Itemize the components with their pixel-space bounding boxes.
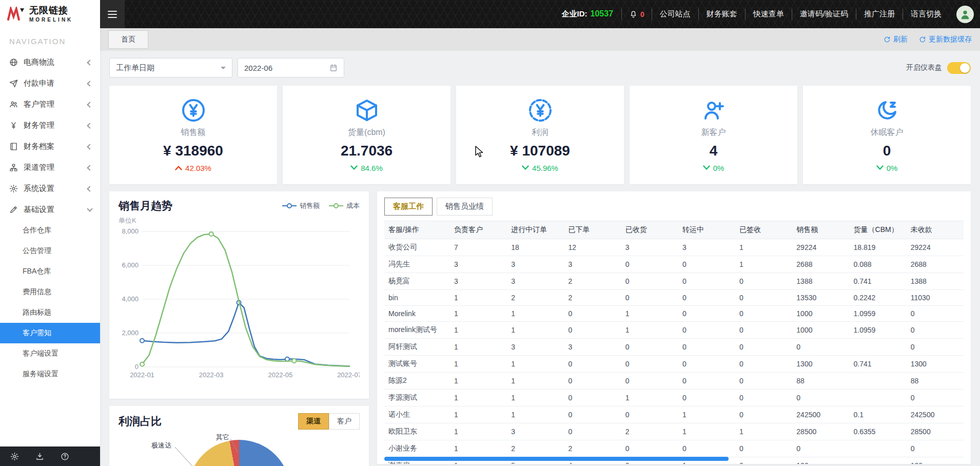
chevron-left-icon — [87, 165, 92, 170]
agent-name-cell: 冯先生 — [384, 256, 450, 273]
user-avatar[interactable] — [956, 6, 974, 23]
help-icon[interactable] — [61, 452, 69, 461]
legend-label: 销售额 — [300, 201, 320, 210]
svg-text:2022-07: 2022-07 — [337, 371, 360, 379]
sidebar-subitem[interactable]: 客户需知 — [0, 323, 100, 343]
table-cell: 0 — [621, 339, 678, 356]
arrow-down-icon — [703, 164, 710, 171]
sidebar-item[interactable]: 电商物流 — [0, 52, 100, 73]
table-cell: 0 — [678, 440, 735, 457]
column-header: 客服/操作 — [384, 221, 450, 239]
refresh-cache-button[interactable]: 更新数据缓存 — [919, 35, 972, 44]
date-type-select[interactable]: 工作单日期 — [109, 58, 232, 77]
topbar-menu-item[interactable]: 公司站点 — [652, 9, 698, 20]
sidebar-item[interactable]: 财务管理 — [0, 115, 100, 136]
calendar-icon — [329, 64, 338, 72]
sidebar-subitem[interactable]: 服务端设置 — [0, 364, 100, 384]
sidebar-item-label: 渠道管理 — [24, 163, 54, 172]
table-row: 诺小生1100102425000.1242500 — [384, 406, 964, 423]
table-cell: 3 — [564, 339, 621, 356]
notification-count: 0 — [640, 10, 644, 18]
table-cell: 1 — [621, 322, 678, 339]
column-header: 进行中订单 — [507, 221, 564, 239]
table-cell: 2 — [564, 273, 621, 290]
sidebar-item[interactable]: 客户管理 — [0, 94, 100, 115]
table-cell: 0 — [564, 390, 621, 406]
table-cell: 1 — [735, 239, 792, 256]
profit-filter-button[interactable]: 客户 — [329, 413, 360, 430]
settings-icon[interactable] — [10, 452, 19, 461]
table-cell: 0 — [678, 290, 735, 306]
table-cell: 0.1 — [850, 406, 907, 423]
agent-name-cell: 测试账号 — [384, 356, 450, 373]
sidebar-item[interactable]: 系统设置 — [0, 178, 100, 199]
table-cell: 120 — [792, 457, 849, 464]
sidebar-menu: 电商物流付款申请客户管理财务管理财务档案渠道管理系统设置基础设置合作仓库公告管理… — [0, 52, 100, 384]
dashboard-content: 工作单日期 2022-06 开启仪表盘 销售额¥ 31896042.03%货量(… — [100, 51, 980, 466]
agent-name-cell: bin — [384, 290, 450, 306]
sidebar-toggle-button[interactable] — [100, 0, 125, 28]
sitemap-icon — [9, 163, 18, 172]
svg-text:2022-05: 2022-05 — [268, 371, 292, 379]
refresh-button[interactable]: 刷新 — [884, 35, 908, 44]
sidebar-item-label: 电商物流 — [24, 57, 54, 67]
download-icon[interactable] — [35, 452, 44, 461]
table-cell: 2 — [621, 423, 678, 440]
profit-filter-button[interactable]: 渠道 — [298, 413, 329, 430]
line-chart: 02,0004,0006,0008,0002022-012022-032022-… — [119, 226, 360, 380]
main-area: 首页 刷新 更新数据缓存 工作单日期 2022-06 开启仪表盘 — [100, 28, 980, 466]
table-tab[interactable]: 销售员业绩 — [437, 198, 493, 216]
tab-home[interactable]: 首页 — [108, 30, 148, 49]
profit-panel-buttons: 渠道客户 — [298, 413, 360, 430]
table-tab[interactable]: 客服工作 — [384, 198, 433, 216]
topbar-menu-item[interactable]: 语言切换 — [903, 9, 949, 20]
topbar-menu-item[interactable]: 财务账套 — [698, 9, 745, 20]
notifications-button[interactable]: 0 — [621, 9, 652, 20]
table-row: morelink测试号11010010001.09590 — [384, 322, 964, 339]
sidebar-item-label: 财务档案 — [24, 142, 54, 151]
stat-value: 4 — [710, 143, 718, 159]
stat-change-value: 84.6% — [361, 164, 383, 172]
table-cell — [850, 440, 907, 457]
table-cell: 0 — [678, 339, 735, 356]
legend-item[interactable]: 成本 — [329, 201, 360, 210]
sidebar-subitem[interactable]: FBA仓库 — [0, 261, 100, 282]
table-cell: 0 — [678, 273, 735, 290]
legend-item[interactable]: 销售额 — [282, 201, 320, 210]
table-tabs: 客服工作销售员业绩 — [384, 198, 964, 216]
sidebar-item[interactable]: 财务档案 — [0, 136, 100, 157]
agent-name-cell: morelink测试号 — [384, 322, 450, 339]
svg-text:6,000: 6,000 — [122, 261, 139, 269]
table-cell: 2688 — [907, 256, 964, 273]
month-picker-input[interactable]: 2022-06 — [238, 58, 344, 77]
table-row: Morelink11010010001.09590 — [384, 306, 964, 322]
dashboard-toggle-label: 开启仪表盘 — [906, 63, 942, 72]
table-cell: 0 — [564, 322, 621, 339]
sidebar-subitem[interactable]: 客户端设置 — [0, 343, 100, 364]
stat-value: ¥ 107089 — [510, 143, 570, 159]
table-cell: 1000 — [792, 306, 849, 322]
sidebar-subitem[interactable]: 公告管理 — [0, 241, 100, 261]
sidebar-subitem[interactable]: 费用信息 — [0, 282, 100, 302]
dashboard-toggle-switch[interactable] — [947, 62, 971, 74]
refresh-icon — [884, 36, 891, 43]
table-cell: 29224 — [907, 239, 964, 256]
table-cell: 1 — [507, 373, 564, 390]
table-cell: 0 — [735, 356, 792, 373]
chevron-left-icon — [87, 186, 92, 191]
table-cell: 88 — [792, 373, 849, 390]
table-cell: 29224 — [792, 239, 849, 256]
table-cell: 1 — [507, 306, 564, 322]
topbar-menu-item[interactable]: 邀请码/验证码 — [792, 9, 856, 20]
table-cell: 1 — [450, 390, 507, 406]
table-cell: 12 — [564, 239, 621, 256]
topbar-menu-item[interactable]: 快速查单 — [745, 9, 792, 20]
sidebar-subitem[interactable]: 路由标题 — [0, 302, 100, 323]
topbar-menu-item[interactable]: 推广注册 — [856, 9, 903, 20]
sidebar-item[interactable]: 基础设置 — [0, 199, 100, 220]
sidebar-subitem[interactable]: 合作仓库 — [0, 220, 100, 241]
sidebar-item[interactable]: 付款申请 — [0, 73, 100, 94]
sidebar-item[interactable]: 渠道管理 — [0, 157, 100, 178]
horizontal-scrollbar[interactable] — [384, 457, 729, 461]
stat-card: 利润¥ 10708945.96% — [456, 86, 624, 184]
